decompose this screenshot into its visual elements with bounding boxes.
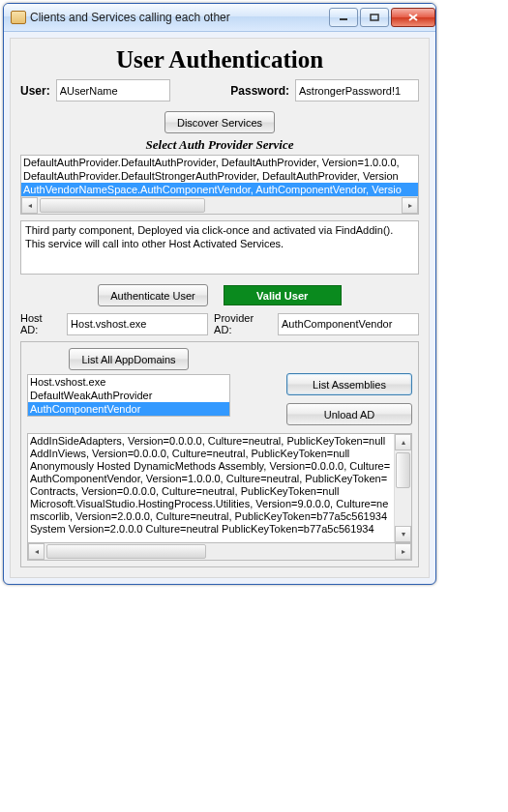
appdomain-listbox[interactable]: Host.vshost.exeDefaultWeakAuthProviderAu…	[27, 374, 230, 417]
user-label: User:	[20, 84, 50, 98]
app-window: Clients and Services calling each other …	[3, 3, 436, 585]
provider-ad-label: Provider AD:	[214, 312, 272, 335]
password-input[interactable]	[295, 79, 419, 102]
provider-list-item[interactable]: AuthVendorNameSpace.AuthComponentVendor,…	[21, 183, 418, 196]
scroll-left-icon[interactable]: ◂	[28, 543, 45, 560]
minimize-button[interactable]	[329, 8, 358, 27]
appdomain-list-item[interactable]: Host.vshost.exe	[28, 375, 229, 389]
assembly-line: Microsoft.VisualStudio.HostingProcess.Ut…	[30, 498, 392, 510]
assembly-line: AddInSideAdapters, Version=0.0.0.0, Cult…	[30, 435, 392, 448]
assemblies-hscrollbar[interactable]: ◂ ▸	[27, 543, 412, 561]
host-ad-label: Host AD:	[20, 312, 61, 335]
provider-section-label: Select Auth Provider Service	[20, 137, 419, 153]
unload-ad-button[interactable]: Unload AD	[286, 403, 412, 425]
scroll-right-icon[interactable]: ▸	[395, 543, 411, 560]
scroll-up-icon[interactable]: ▴	[395, 434, 411, 450]
window-title: Clients and Services calling each other	[30, 11, 327, 24]
user-input[interactable]	[56, 79, 170, 102]
assemblies-vscrollbar[interactable]: ▴ ▾	[394, 434, 411, 542]
list-assemblies-button[interactable]: List Assemblies	[286, 373, 412, 395]
appdomain-list-item[interactable]: DefaultWeakAuthProvider	[28, 389, 229, 402]
scroll-down-icon[interactable]: ▾	[395, 526, 411, 542]
assembly-line: AuthComponentVendor, Version=1.0.0.0, Cu…	[30, 473, 392, 485]
assembly-line: AddInViews, Version=0.0.0.0, Culture=neu…	[30, 448, 392, 460]
password-label: Password:	[230, 84, 289, 98]
appdomain-panel: List All AppDomains Host.vshost.exeDefau…	[20, 341, 419, 567]
app-icon	[10, 10, 25, 25]
scroll-left-icon[interactable]: ◂	[21, 197, 38, 214]
close-button[interactable]	[391, 8, 435, 27]
maximize-button[interactable]	[360, 8, 389, 27]
provider-listbox[interactable]: DefaultAuthProvider.DefaultAuthProvider,…	[20, 155, 419, 215]
appdomain-list-item[interactable]: AuthComponentVendor	[28, 402, 229, 416]
list-appdomains-button[interactable]: List All AppDomains	[69, 348, 188, 370]
assemblies-textbox[interactable]: AddInSideAdapters, Version=0.0.0.0, Cult…	[27, 433, 412, 543]
assembly-line: mscorlib, Version=2.0.0.0, Culture=neutr…	[30, 510, 392, 523]
provider-ad-field[interactable]	[278, 313, 419, 335]
svg-rect-1	[371, 14, 378, 20]
authenticate-button[interactable]: Authenticate User	[98, 284, 207, 306]
provider-description: Third party component, Deployed via clic…	[20, 220, 419, 275]
titlebar[interactable]: Clients and Services calling each other	[4, 4, 435, 32]
assembly-line: Contracts, Version=0.0.0.0, Culture=neut…	[30, 485, 392, 498]
auth-status-badge: Valid User	[224, 285, 342, 305]
host-ad-field[interactable]	[67, 313, 208, 335]
page-title: User Authentication	[20, 46, 419, 73]
provider-hscrollbar[interactable]: ◂ ▸	[21, 196, 418, 214]
assembly-line: Anonymously Hosted DynamicMethods Assemb…	[30, 460, 392, 473]
assembly-line: System Version=2.0.0.0 Culture=neutral P…	[30, 523, 392, 536]
provider-list-item[interactable]: DefaultAuthProvider.DefaultStrongerAuthP…	[21, 169, 418, 183]
scroll-right-icon[interactable]: ▸	[402, 197, 418, 214]
discover-services-button[interactable]: Discover Services	[164, 111, 275, 133]
provider-list-item[interactable]: DefaultAuthProvider.DefaultAuthProvider,…	[21, 156, 418, 169]
credentials-row: User: Password:	[20, 79, 419, 102]
client-area: User Authentication User: Password: Disc…	[10, 38, 430, 578]
